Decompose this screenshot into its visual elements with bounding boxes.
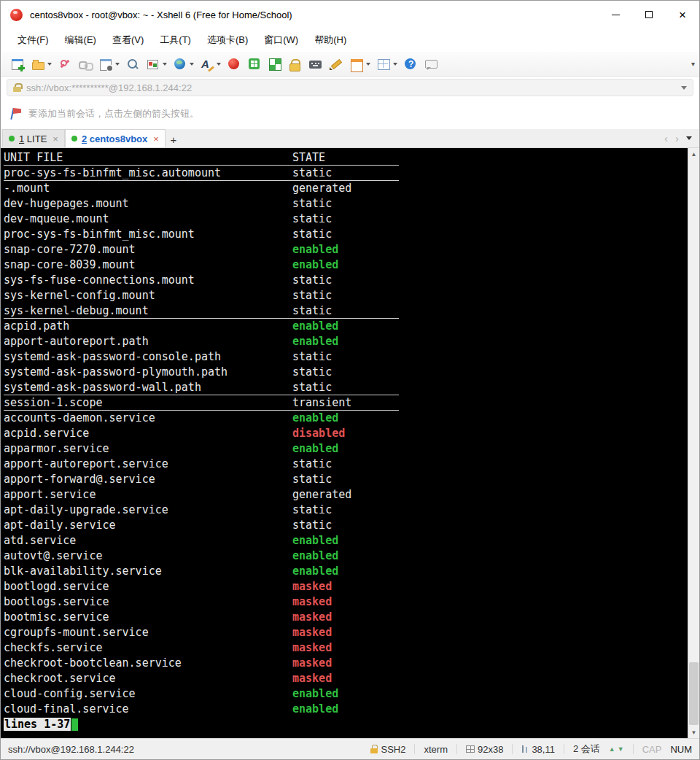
pager-status: lines 1-37 — [4, 718, 71, 731]
virtual-keyboard-button[interactable] — [306, 55, 325, 74]
unit-file-cell: bootlogd.service — [4, 579, 292, 594]
terminal-row: sys-fs-fuse-connections.mountstatic — [4, 273, 688, 288]
unit-file-cell: bootmisc.service — [4, 610, 292, 625]
terminal-screen[interactable]: UNIT FILESTATEproc-sys-fs-binfmt_misc.au… — [1, 148, 688, 738]
xshell-app-icon — [10, 9, 23, 21]
terminal-cursor — [71, 718, 78, 731]
menu-window[interactable]: 窗口(W) — [257, 31, 305, 50]
terminal-row: apt-daily.servicestatic — [4, 518, 688, 533]
feedback-button[interactable] — [421, 55, 440, 74]
terminal-row: dev-mqueue.mountstatic — [4, 212, 688, 227]
toolbar-overflow-button[interactable]: ▾ — [691, 60, 695, 68]
status-session-count: 2 会话 — [573, 742, 600, 756]
lock-screen-button[interactable] — [286, 55, 305, 74]
terminal-row: bootlogs.servicemasked — [4, 594, 688, 610]
web-button[interactable] — [171, 55, 196, 74]
state-cell: static — [292, 472, 332, 487]
address-value: ssh://vbox:**********@192.168.1.244:22 — [26, 82, 677, 93]
close-icon: × — [679, 9, 686, 21]
new-session-button[interactable] — [8, 55, 27, 74]
package-icon — [247, 57, 262, 71]
open-folder-icon — [31, 57, 45, 71]
xagent-button[interactable] — [225, 55, 244, 74]
flag-icon[interactable] — [9, 106, 23, 121]
state-cell: static — [292, 303, 332, 319]
scroll-down-icon[interactable]: ▼ — [688, 726, 699, 738]
session-properties-button[interactable] — [96, 55, 122, 74]
state-cell: masked — [292, 656, 332, 671]
scrollbar-thumb[interactable] — [689, 662, 699, 725]
state-cell: enabled — [292, 533, 338, 548]
tab-close-icon[interactable]: × — [153, 133, 159, 144]
separator — [633, 744, 634, 754]
menu-file[interactable]: 文件(F) — [11, 31, 55, 50]
state-cell: STATE — [292, 150, 325, 166]
terminal-row: systemd-ask-password-plymouth.pathstatic — [4, 365, 688, 380]
compose-button[interactable] — [327, 55, 346, 74]
terminal-row: cloud-config.serviceenabled — [4, 686, 688, 702]
maximize-icon — [645, 11, 653, 18]
state-cell: static — [292, 457, 332, 472]
menu-view[interactable]: 查看(V) — [106, 31, 150, 50]
package-button[interactable] — [245, 55, 264, 74]
separator — [512, 744, 513, 754]
arrow-up-icon[interactable]: ▲ — [609, 746, 615, 753]
unit-file-cell: checkroot.service — [4, 671, 292, 686]
menu-edit[interactable]: 编辑(E) — [58, 31, 103, 50]
open-sessions-button[interactable] — [28, 55, 54, 74]
terminal-row: apport-forward@.servicestatic — [4, 472, 688, 487]
state-cell: enabled — [292, 564, 338, 579]
toolbar: ▾ — [1, 52, 699, 77]
close-button[interactable]: × — [666, 1, 699, 28]
disconnect-button[interactable] — [55, 55, 74, 74]
menu-tabs[interactable]: 选项卡(B) — [201, 31, 254, 50]
tab-lite[interactable]: 1 LITE × — [2, 129, 65, 147]
find-button[interactable] — [123, 55, 142, 74]
address-input[interactable]: ssh://vbox:**********@192.168.1.244:22 — [7, 79, 693, 96]
tile-windows-button[interactable] — [374, 55, 400, 74]
session-properties-icon — [98, 57, 113, 71]
chevron-down-icon[interactable] — [681, 86, 687, 90]
info-bar: 要添加当前会话，点击左侧的箭头按钮。 — [1, 98, 699, 129]
unit-file-cell: apport-autoreport.path — [4, 334, 292, 349]
unit-file-cell: sys-kernel-debug.mount — [4, 303, 292, 319]
fullscreen-button[interactable] — [265, 55, 284, 74]
layout-button[interactable] — [347, 55, 373, 74]
tab-list-dropdown-icon[interactable] — [686, 136, 692, 140]
help-button[interactable] — [401, 55, 420, 74]
menu-help[interactable]: 帮助(H) — [308, 31, 353, 50]
terminal-row: checkroot-bootclean.servicemasked — [4, 656, 688, 671]
file-transfer-button[interactable] — [144, 55, 169, 74]
new-tab-button[interactable]: + — [166, 131, 182, 147]
tab-label: centos8vbox — [90, 133, 147, 144]
chevron-down-icon — [366, 63, 370, 66]
unit-file-cell: snap-core-8039.mount — [4, 257, 292, 273]
tab-centos8vbox[interactable]: 2 centos8vbox × — [65, 129, 166, 147]
unit-file-cell: sys-kernel-config.mount — [4, 288, 292, 303]
cursor-position-icon — [521, 745, 529, 753]
unit-file-cell: checkroot-bootclean.service — [4, 656, 292, 671]
scroll-up-icon[interactable]: ▲ — [688, 148, 699, 160]
terminal-scrollbar[interactable]: ▲ ▼ — [688, 148, 699, 738]
arrow-down-icon[interactable]: ▼ — [618, 746, 624, 753]
separator — [456, 744, 457, 754]
state-cell: masked — [292, 610, 332, 625]
tab-number: 1 — [19, 133, 24, 144]
unit-file-cell: apport-forward@.service — [4, 472, 292, 487]
minimize-button[interactable] — [599, 1, 632, 28]
state-cell: transient — [292, 395, 351, 411]
xagent-icon — [227, 57, 241, 71]
maximize-button[interactable] — [632, 1, 666, 28]
tab-scroll-right-icon[interactable]: › — [675, 133, 679, 144]
terminal-row: proc-sys-fs-binfmt_misc.mountstatic — [4, 227, 688, 242]
reconnect-button[interactable] — [76, 55, 95, 74]
terminal-area: UNIT FILESTATEproc-sys-fs-binfmt_misc.au… — [1, 148, 699, 738]
tab-scroll-left-icon[interactable]: ‹ — [664, 133, 668, 144]
tab-close-icon[interactable]: × — [52, 133, 58, 144]
font-button[interactable] — [198, 55, 223, 74]
state-cell: enabled — [292, 548, 338, 564]
state-cell: static — [292, 288, 332, 303]
terminal-row: sys-kernel-debug.mountstatic — [4, 303, 399, 319]
menu-tools[interactable]: 工具(T) — [153, 31, 198, 50]
status-protocol: SSH2 — [370, 744, 406, 755]
